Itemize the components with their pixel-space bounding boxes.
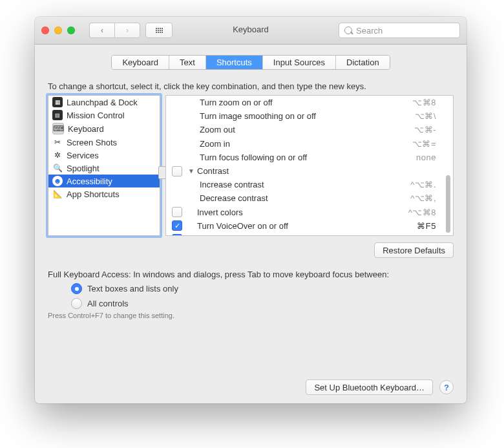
- shortcut-label: Decrease contrast: [188, 193, 391, 203]
- shortcut-label: Invert colors: [197, 208, 391, 217]
- sidebar-item-screenshots[interactable]: ✂︎ Screen Shots: [48, 136, 160, 149]
- shortcut-label: Increase contrast: [188, 180, 391, 189]
- mission-control-icon: ▤: [52, 110, 63, 120]
- instruction-text: To change a shortcut, select it, click t…: [48, 81, 454, 91]
- shortcut-keys[interactable]: ⌥⌘F5: [391, 235, 443, 235]
- sidebar-item-label: Services: [67, 151, 99, 160]
- sidebar-item-launchpad[interactable]: ▦ Launchpad & Dock: [48, 96, 160, 109]
- disclosure-triangle-icon[interactable]: ▼: [188, 167, 197, 175]
- sidebar-item-label: Screen Shots: [67, 138, 117, 147]
- shortcut-keys[interactable]: ^⌥⌘,: [391, 193, 443, 203]
- close-window-icon[interactable]: [41, 27, 49, 34]
- shortcut-label: Show Accessibility controls: [197, 235, 391, 235]
- shortcut-label: Contrast: [197, 166, 391, 176]
- shortcut-row[interactable]: Zoom in⌥⌘=: [166, 137, 443, 151]
- sidebar-item-keyboard[interactable]: ⌨ Keyboard: [48, 122, 160, 136]
- tab-keyboard[interactable]: Keyboard: [112, 56, 169, 69]
- shortcut-keys[interactable]: ⌥⌘-: [391, 125, 443, 134]
- full-keyboard-access-label: Full Keyboard Access: In windows and dia…: [48, 270, 454, 279]
- sidebar-item-spotlight[interactable]: 🔍 Spotlight: [48, 162, 160, 175]
- shortcut-keys[interactable]: ⌘F5: [391, 221, 443, 231]
- radio-icon: [71, 283, 82, 294]
- shortcut-label: Turn zoom on or off: [188, 98, 391, 107]
- titlebar: ‹ › Keyboard Search: [35, 17, 467, 45]
- shortcut-row[interactable]: Turn image smoothing on or off⌥⌘\: [166, 109, 443, 123]
- chevron-left-icon: ‹: [101, 26, 103, 35]
- zoom-window-icon[interactable]: [67, 27, 75, 34]
- tab-text[interactable]: Text: [169, 56, 206, 69]
- gear-icon: ✲: [52, 150, 63, 160]
- shortcut-label: Turn image smoothing on or off: [188, 111, 391, 121]
- spotlight-icon: 🔍: [52, 163, 63, 173]
- tab-input-sources[interactable]: Input Sources: [263, 56, 336, 69]
- shortcut-label: Turn focus following on or off: [188, 153, 391, 162]
- shortcut-list[interactable]: Turn zoom on or off⌥⌘8Turn image smoothi…: [165, 95, 454, 236]
- radio-text-boxes-only[interactable]: Text boxes and lists only: [71, 283, 454, 294]
- shortcut-row[interactable]: Zoom out⌥⌘-: [166, 123, 443, 136]
- shortcut-keys[interactable]: ⌥⌘8: [391, 98, 443, 107]
- shortcut-keys[interactable]: none: [391, 153, 443, 162]
- setup-bluetooth-button[interactable]: Set Up Bluetooth Keyboard…: [306, 379, 433, 395]
- shortcut-row[interactable]: Turn zoom on or off⌥⌘8: [166, 96, 443, 109]
- traffic-lights: [41, 27, 75, 34]
- sidebar-item-label: Launchpad & Dock: [67, 98, 138, 107]
- shortcut-keys[interactable]: ^⌥⌘8: [391, 208, 443, 217]
- shortcut-label: Zoom out: [188, 125, 391, 134]
- tab-bar: Keyboard Text Shortcuts Input Sources Di…: [111, 55, 390, 70]
- shortcut-row[interactable]: Turn focus following on or offnone: [166, 151, 443, 164]
- camera-icon: ✂︎: [52, 137, 63, 147]
- sidebar-item-services[interactable]: ✲ Services: [48, 149, 160, 162]
- checkbox[interactable]: ✓: [172, 220, 182, 231]
- minimize-window-icon[interactable]: [54, 27, 62, 34]
- accessibility-icon: ☻: [52, 176, 63, 186]
- category-sidebar[interactable]: ▦ Launchpad & Dock ▤ Mission Control ⌨ K…: [48, 95, 160, 236]
- shortcut-row[interactable]: Invert colors^⌥⌘8: [166, 206, 443, 219]
- sidebar-item-label: Mission Control: [67, 111, 125, 120]
- sidebar-item-label: Keyboard: [68, 124, 104, 134]
- grid-icon: [156, 28, 163, 33]
- chevron-right-icon: ›: [126, 26, 129, 35]
- forward-button[interactable]: ›: [114, 23, 140, 38]
- restore-defaults-button[interactable]: Restore Defaults: [374, 242, 454, 258]
- shortcut-row[interactable]: Decrease contrast^⌥⌘,: [166, 191, 443, 205]
- shortcut-row[interactable]: ✓Turn VoiceOver on or off⌘F5: [166, 219, 443, 233]
- sidebar-item-app-shortcuts[interactable]: 📐 App Shortcuts: [48, 187, 160, 200]
- checkbox[interactable]: [172, 207, 182, 217]
- tab-shortcuts[interactable]: Shortcuts: [206, 56, 263, 69]
- checkbox[interactable]: ✓: [172, 234, 182, 235]
- nav-group: ‹ ›: [89, 23, 140, 38]
- scroll-thumb[interactable]: [446, 175, 450, 233]
- splitter[interactable]: [160, 95, 165, 236]
- checkbox[interactable]: [172, 166, 182, 176]
- shortcut-keys[interactable]: ^⌥⌘.: [391, 180, 443, 189]
- search-input[interactable]: Search: [339, 23, 460, 38]
- shortcut-label: Turn VoiceOver on or off: [197, 221, 391, 231]
- help-button[interactable]: ?: [439, 380, 454, 394]
- back-button[interactable]: ‹: [89, 23, 114, 38]
- shortcut-label: Zoom in: [188, 139, 391, 149]
- sidebar-item-label: Accessibility: [67, 176, 112, 186]
- radio-icon: [71, 298, 82, 309]
- window-body: Keyboard Text Shortcuts Input Sources Di…: [35, 45, 467, 403]
- sidebar-item-accessibility[interactable]: ☻ Accessibility: [48, 175, 160, 187]
- tab-dictation[interactable]: Dictation: [336, 56, 390, 69]
- launchpad-icon: ▦: [52, 97, 63, 107]
- show-all-button[interactable]: [145, 23, 173, 38]
- radio-all-controls[interactable]: All controls: [71, 298, 454, 309]
- search-placeholder: Search: [356, 26, 383, 36]
- keyboard-icon: ⌨: [52, 123, 64, 134]
- shortcut-keys[interactable]: ⌥⌘\: [391, 111, 443, 121]
- shortcut-row[interactable]: ▼Contrast: [166, 164, 443, 178]
- hint-text: Press Control+F7 to change this setting.: [48, 312, 454, 319]
- preferences-window: ‹ › Keyboard Search Keyboard Text S: [35, 17, 467, 403]
- sidebar-item-label: App Shortcuts: [67, 189, 120, 199]
- sidebar-item-label: Spotlight: [67, 164, 100, 173]
- radio-label: All controls: [87, 299, 129, 308]
- shortcut-row[interactable]: Increase contrast^⌥⌘.: [166, 178, 443, 191]
- search-icon: [344, 27, 352, 34]
- shortcut-keys[interactable]: ⌥⌘=: [391, 139, 443, 149]
- shortcut-row[interactable]: ✓Show Accessibility controls⌥⌘F5: [166, 233, 443, 235]
- scrollbar[interactable]: [444, 97, 452, 234]
- sidebar-item-mission-control[interactable]: ▤ Mission Control: [48, 109, 160, 122]
- app-icon: 📐: [52, 189, 63, 199]
